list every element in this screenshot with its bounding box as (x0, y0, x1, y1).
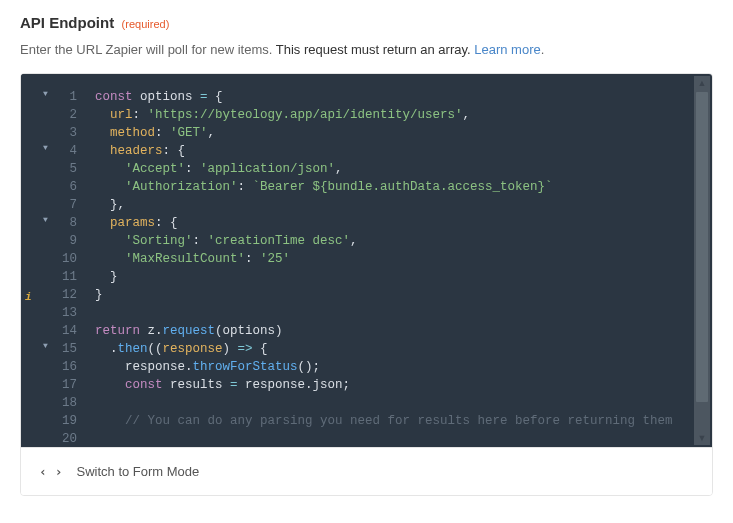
code-line[interactable] (95, 394, 712, 412)
line-number: 12i (39, 286, 77, 304)
scrollbar-down-button[interactable]: ▼ (694, 431, 710, 445)
editor-panel: 1▼234▼5678▼9101112i131415▼161718192021 c… (20, 73, 713, 496)
line-number: 20 (39, 430, 77, 447)
section-subtitle: Enter the URL Zapier will poll for new i… (20, 42, 713, 57)
line-number: 11 (39, 268, 77, 286)
line-number: 1▼ (39, 88, 77, 106)
code-icon: ‹ › (39, 464, 62, 479)
code-line[interactable]: return z.request(options) (95, 322, 712, 340)
subtitle-strong: This request must return an array. (276, 42, 471, 57)
fold-icon[interactable]: ▼ (43, 342, 48, 350)
line-number: 18 (39, 394, 77, 412)
editor-gutter: 1▼234▼5678▼9101112i131415▼161718192021 (21, 74, 87, 447)
code-line[interactable]: response.throwForStatus(); (95, 358, 712, 376)
fold-icon[interactable]: ▼ (43, 90, 48, 98)
code-line[interactable]: method: 'GET', (95, 124, 712, 142)
subtitle-period: . (541, 42, 545, 57)
learn-more-link[interactable]: Learn more (474, 42, 540, 57)
switch-mode-button[interactable]: ‹ › Switch to Form Mode (21, 447, 712, 495)
vertical-scrollbar[interactable]: ▲ ▼ (694, 76, 710, 445)
code-editor[interactable]: 1▼234▼5678▼9101112i131415▼161718192021 c… (21, 74, 712, 447)
line-number: 3 (39, 124, 77, 142)
scrollbar-up-button[interactable]: ▲ (694, 76, 710, 90)
code-line[interactable]: const options = { (95, 88, 712, 106)
code-line[interactable]: url: 'https://byteology.app/api/identity… (95, 106, 712, 124)
code-line[interactable]: .then((response) => { (95, 340, 712, 358)
line-number: 17 (39, 376, 77, 394)
section-title: API Endpoint (20, 14, 114, 31)
line-number: 6 (39, 178, 77, 196)
line-number: 8▼ (39, 214, 77, 232)
subtitle-lead: Enter the URL Zapier will poll for new i… (20, 42, 276, 57)
code-line[interactable]: 'Accept': 'application/json', (95, 160, 712, 178)
line-number: 10 (39, 250, 77, 268)
line-number: 14 (39, 322, 77, 340)
editor-code-area[interactable]: const options = { url: 'https://byteolog… (87, 74, 712, 447)
code-line[interactable]: 'MaxResultCount': '25' (95, 250, 712, 268)
scrollbar-thumb[interactable] (696, 92, 708, 402)
fold-icon[interactable]: ▼ (43, 216, 48, 224)
code-line[interactable]: params: { (95, 214, 712, 232)
code-line[interactable]: } (95, 268, 712, 286)
warning-icon: i (25, 288, 32, 306)
code-line[interactable]: // You can do any parsing you need for r… (95, 412, 712, 430)
code-line[interactable] (95, 430, 712, 447)
code-line[interactable] (95, 304, 712, 322)
line-number: 4▼ (39, 142, 77, 160)
line-number: 7 (39, 196, 77, 214)
code-line[interactable]: const results = response.json; (95, 376, 712, 394)
required-tag: (required) (122, 18, 170, 30)
code-line[interactable]: 'Sorting': 'creationTime desc', (95, 232, 712, 250)
code-line[interactable]: headers: { (95, 142, 712, 160)
line-number: 13 (39, 304, 77, 322)
line-number: 9 (39, 232, 77, 250)
line-number: 15▼ (39, 340, 77, 358)
line-number: 5 (39, 160, 77, 178)
line-number: 16 (39, 358, 77, 376)
line-number: 2 (39, 106, 77, 124)
switch-mode-label: Switch to Form Mode (76, 464, 199, 479)
fold-icon[interactable]: ▼ (43, 144, 48, 152)
code-line[interactable]: }, (95, 196, 712, 214)
code-line[interactable]: 'Authorization': `Bearer ${bundle.authDa… (95, 178, 712, 196)
code-line[interactable]: } (95, 286, 712, 304)
line-number: 19 (39, 412, 77, 430)
